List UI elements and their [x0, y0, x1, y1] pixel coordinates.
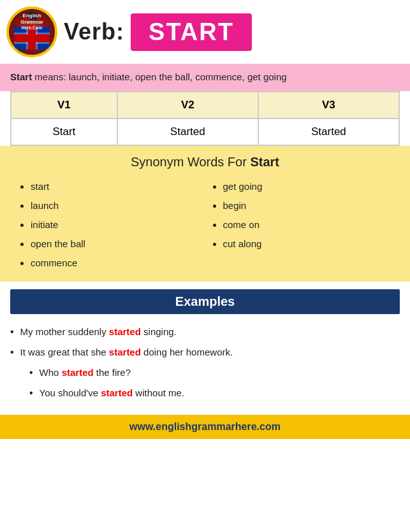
verb-label: Verb: — [64, 18, 124, 45]
header: English Grammar Here.Com Verb: START — [0, 0, 410, 64]
table-cell-v3: Started — [258, 119, 399, 145]
bullet-icon: • — [10, 322, 14, 342]
example-item-3: • Who started the fire? — [10, 363, 400, 383]
bullet-icon: • — [10, 342, 14, 363]
synonym-title: Synonym Words For Start — [13, 155, 397, 169]
example-item-1: • My mother suddenly started singing. — [10, 322, 400, 342]
synonym-col-right: get going begin come on cut along — [205, 177, 398, 273]
bullet-icon: • — [29, 363, 33, 383]
examples-body: • My mother suddenly started singing. • … — [0, 319, 410, 410]
example-4-post: without me. — [133, 387, 184, 398]
list-item: initiate — [31, 215, 199, 234]
table-row: Start Started Started — [11, 119, 399, 145]
synonym-section: Synonym Words For Start start launch ini… — [0, 146, 410, 282]
list-item: get going — [223, 177, 392, 196]
list-item: commence — [31, 254, 199, 273]
list-item: cut along — [223, 234, 392, 254]
example-1-highlight: started — [109, 326, 141, 337]
means-text: means: launch, initiate, open the ball, … — [32, 71, 286, 82]
list-item: begin — [223, 196, 392, 215]
means-section: Start means: launch, initiate, open the … — [0, 64, 410, 91]
example-item-2: • It was great that she started doing he… — [10, 342, 400, 363]
table-header-v3: V3 — [258, 92, 399, 119]
synonym-columns: start launch initiate open the ball comm… — [13, 177, 397, 273]
example-3-post: the fire? — [94, 367, 131, 378]
verb-word-box: START — [131, 13, 252, 51]
example-3-highlight: started — [62, 367, 94, 378]
means-bold-word: Start — [10, 71, 32, 82]
logo-text: English Grammar Here.Com — [9, 13, 55, 31]
table-header-v2: V2 — [117, 92, 258, 119]
example-3-pre: Who — [40, 367, 62, 378]
example-1-post: singing. — [141, 326, 177, 337]
example-4-highlight: started — [101, 387, 133, 398]
list-item: start — [31, 177, 199, 196]
list-item: open the ball — [31, 234, 199, 254]
logo: English Grammar Here.Com — [6, 6, 57, 57]
example-4-pre: You should've — [40, 387, 101, 398]
list-item: come on — [223, 215, 392, 234]
verb-table: V1 V2 V3 Start Started Started — [10, 91, 400, 146]
synonym-col-left: start launch initiate open the ball comm… — [13, 177, 205, 273]
example-2-pre: It was great that she — [20, 347, 109, 357]
example-2-highlight: started — [109, 347, 141, 357]
example-2-post: doing her homework. — [141, 347, 233, 357]
example-item-4: • You should've started without me. — [10, 383, 400, 403]
list-item: launch — [31, 196, 199, 215]
bullet-icon: • — [29, 383, 33, 403]
table-header-v1: V1 — [11, 92, 117, 119]
footer: www.englishgrammarhere.com — [0, 415, 410, 439]
table-cell-v1: Start — [11, 119, 117, 145]
table-cell-v2: Started — [117, 119, 258, 145]
example-1-pre: My mother suddenly — [20, 326, 109, 337]
examples-header: Examples — [10, 289, 400, 314]
